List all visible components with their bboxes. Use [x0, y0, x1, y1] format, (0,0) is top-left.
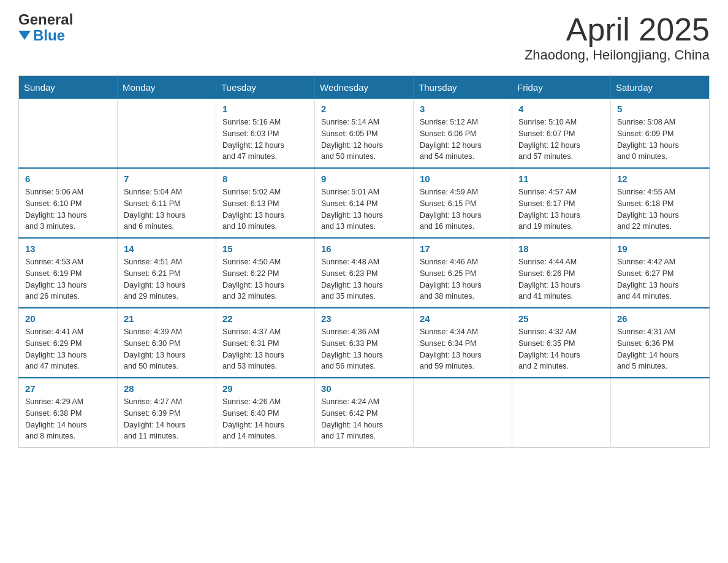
calendar-cell: 4Sunrise: 5:10 AM Sunset: 6:07 PM Daylig…: [512, 99, 611, 168]
day-info: Sunrise: 5:08 AM Sunset: 6:09 PM Dayligh…: [617, 117, 703, 163]
day-info: Sunrise: 5:16 AM Sunset: 6:03 PM Dayligh…: [222, 117, 308, 163]
day-number: 1: [222, 104, 308, 114]
calendar-header-wednesday: Wednesday: [315, 76, 414, 99]
day-number: 21: [124, 313, 210, 324]
day-number: 5: [617, 104, 703, 114]
day-info: Sunrise: 5:10 AM Sunset: 6:07 PM Dayligh…: [518, 117, 604, 163]
day-number: 19: [617, 243, 703, 254]
calendar-cell: 15Sunrise: 4:50 AM Sunset: 6:22 PM Dayli…: [216, 238, 315, 308]
calendar-cell: 9Sunrise: 5:01 AM Sunset: 6:14 PM Daylig…: [315, 168, 414, 238]
day-number: 13: [25, 243, 111, 254]
day-number: 6: [25, 174, 111, 184]
day-info: Sunrise: 4:57 AM Sunset: 6:17 PM Dayligh…: [518, 186, 604, 232]
calendar-cell: 12Sunrise: 4:55 AM Sunset: 6:18 PM Dayli…: [611, 168, 710, 238]
day-info: Sunrise: 4:44 AM Sunset: 6:26 PM Dayligh…: [518, 256, 604, 302]
day-info: Sunrise: 5:14 AM Sunset: 6:05 PM Dayligh…: [321, 117, 407, 163]
day-info: Sunrise: 4:55 AM Sunset: 6:18 PM Dayligh…: [617, 186, 703, 232]
calendar-header-tuesday: Tuesday: [216, 76, 315, 99]
day-info: Sunrise: 4:27 AM Sunset: 6:39 PM Dayligh…: [124, 396, 210, 442]
location-title: Zhaodong, Heilongjiang, China: [525, 47, 710, 63]
calendar-week-4: 20Sunrise: 4:41 AM Sunset: 6:29 PM Dayli…: [19, 308, 710, 378]
day-number: 27: [25, 383, 111, 394]
calendar-week-2: 6Sunrise: 5:06 AM Sunset: 6:10 PM Daylig…: [19, 168, 710, 238]
calendar-cell: 2Sunrise: 5:14 AM Sunset: 6:05 PM Daylig…: [315, 99, 414, 168]
calendar-cell: 8Sunrise: 5:02 AM Sunset: 6:13 PM Daylig…: [216, 168, 315, 238]
calendar-cell: 23Sunrise: 4:36 AM Sunset: 6:33 PM Dayli…: [315, 308, 414, 378]
calendar-cell: 6Sunrise: 5:06 AM Sunset: 6:10 PM Daylig…: [19, 168, 118, 238]
day-info: Sunrise: 5:02 AM Sunset: 6:13 PM Dayligh…: [222, 186, 308, 232]
calendar-cell: 29Sunrise: 4:26 AM Sunset: 6:40 PM Dayli…: [216, 378, 315, 448]
triangle-icon: [18, 31, 31, 40]
day-number: 10: [420, 174, 506, 184]
day-number: 28: [124, 383, 210, 394]
calendar-week-3: 13Sunrise: 4:53 AM Sunset: 6:19 PM Dayli…: [19, 238, 710, 308]
calendar-cell: 30Sunrise: 4:24 AM Sunset: 6:42 PM Dayli…: [315, 378, 414, 448]
day-info: Sunrise: 4:50 AM Sunset: 6:22 PM Dayligh…: [222, 256, 308, 302]
day-info: Sunrise: 4:53 AM Sunset: 6:19 PM Dayligh…: [25, 256, 111, 302]
day-number: 26: [617, 313, 703, 324]
page-header: General Blue April 2025 Zhaodong, Heilon…: [18, 12, 710, 63]
day-info: Sunrise: 4:26 AM Sunset: 6:40 PM Dayligh…: [222, 396, 308, 442]
calendar-cell: [118, 99, 216, 168]
day-info: Sunrise: 4:42 AM Sunset: 6:27 PM Dayligh…: [617, 256, 703, 302]
day-info: Sunrise: 4:59 AM Sunset: 6:15 PM Dayligh…: [420, 186, 506, 232]
calendar-week-1: 1Sunrise: 5:16 AM Sunset: 6:03 PM Daylig…: [19, 99, 710, 168]
day-info: Sunrise: 5:06 AM Sunset: 6:10 PM Dayligh…: [25, 186, 111, 232]
calendar-cell: 11Sunrise: 4:57 AM Sunset: 6:17 PM Dayli…: [512, 168, 611, 238]
calendar-cell: 28Sunrise: 4:27 AM Sunset: 6:39 PM Dayli…: [118, 378, 216, 448]
title-block: April 2025 Zhaodong, Heilongjiang, China: [525, 12, 710, 63]
day-info: Sunrise: 4:31 AM Sunset: 6:36 PM Dayligh…: [617, 326, 703, 372]
day-info: Sunrise: 4:39 AM Sunset: 6:30 PM Dayligh…: [124, 326, 210, 372]
day-number: 22: [222, 313, 308, 324]
day-number: 25: [518, 313, 604, 324]
calendar-cell: [414, 378, 512, 448]
calendar-cell: 19Sunrise: 4:42 AM Sunset: 6:27 PM Dayli…: [611, 238, 710, 308]
calendar-cell: [512, 378, 611, 448]
calendar-cell: 17Sunrise: 4:46 AM Sunset: 6:25 PM Dayli…: [414, 238, 512, 308]
day-info: Sunrise: 4:32 AM Sunset: 6:35 PM Dayligh…: [518, 326, 604, 372]
logo-line1: General: [18, 12, 73, 27]
calendar-header-monday: Monday: [118, 76, 216, 99]
day-info: Sunrise: 4:48 AM Sunset: 6:23 PM Dayligh…: [321, 256, 407, 302]
day-number: 24: [420, 313, 506, 324]
calendar-cell: [611, 378, 710, 448]
calendar-header-sunday: Sunday: [19, 76, 118, 99]
day-number: 9: [321, 174, 407, 184]
calendar-cell: 13Sunrise: 4:53 AM Sunset: 6:19 PM Dayli…: [19, 238, 118, 308]
day-info: Sunrise: 5:12 AM Sunset: 6:06 PM Dayligh…: [420, 117, 506, 163]
calendar-cell: 14Sunrise: 4:51 AM Sunset: 6:21 PM Dayli…: [118, 238, 216, 308]
logo-line2: Blue: [18, 27, 65, 44]
day-info: Sunrise: 4:36 AM Sunset: 6:33 PM Dayligh…: [321, 326, 407, 372]
day-number: 8: [222, 174, 308, 184]
day-info: Sunrise: 4:51 AM Sunset: 6:21 PM Dayligh…: [124, 256, 210, 302]
calendar-cell: [19, 99, 118, 168]
calendar-cell: 25Sunrise: 4:32 AM Sunset: 6:35 PM Dayli…: [512, 308, 611, 378]
month-title: April 2025: [525, 12, 710, 47]
day-number: 30: [321, 383, 407, 394]
calendar-cell: 21Sunrise: 4:39 AM Sunset: 6:30 PM Dayli…: [118, 308, 216, 378]
day-number: 12: [617, 174, 703, 184]
calendar-cell: 10Sunrise: 4:59 AM Sunset: 6:15 PM Dayli…: [414, 168, 512, 238]
day-number: 29: [222, 383, 308, 394]
day-number: 4: [518, 104, 604, 114]
calendar-cell: 3Sunrise: 5:12 AM Sunset: 6:06 PM Daylig…: [414, 99, 512, 168]
calendar-cell: 1Sunrise: 5:16 AM Sunset: 6:03 PM Daylig…: [216, 99, 315, 168]
calendar-header-row: SundayMondayTuesdayWednesdayThursdayFrid…: [19, 76, 710, 99]
calendar-header-saturday: Saturday: [611, 76, 710, 99]
day-number: 16: [321, 243, 407, 254]
day-number: 17: [420, 243, 506, 254]
day-info: Sunrise: 5:04 AM Sunset: 6:11 PM Dayligh…: [124, 186, 210, 232]
day-number: 14: [124, 243, 210, 254]
day-info: Sunrise: 5:01 AM Sunset: 6:14 PM Dayligh…: [321, 186, 407, 232]
calendar-header-friday: Friday: [512, 76, 611, 99]
calendar-cell: 22Sunrise: 4:37 AM Sunset: 6:31 PM Dayli…: [216, 308, 315, 378]
day-number: 11: [518, 174, 604, 184]
calendar-cell: 18Sunrise: 4:44 AM Sunset: 6:26 PM Dayli…: [512, 238, 611, 308]
day-info: Sunrise: 4:29 AM Sunset: 6:38 PM Dayligh…: [25, 396, 111, 442]
day-number: 20: [25, 313, 111, 324]
calendar-cell: 16Sunrise: 4:48 AM Sunset: 6:23 PM Dayli…: [315, 238, 414, 308]
calendar-week-5: 27Sunrise: 4:29 AM Sunset: 6:38 PM Dayli…: [19, 378, 710, 448]
day-info: Sunrise: 4:41 AM Sunset: 6:29 PM Dayligh…: [25, 326, 111, 372]
logo: General Blue: [18, 12, 73, 44]
calendar-cell: 26Sunrise: 4:31 AM Sunset: 6:36 PM Dayli…: [611, 308, 710, 378]
